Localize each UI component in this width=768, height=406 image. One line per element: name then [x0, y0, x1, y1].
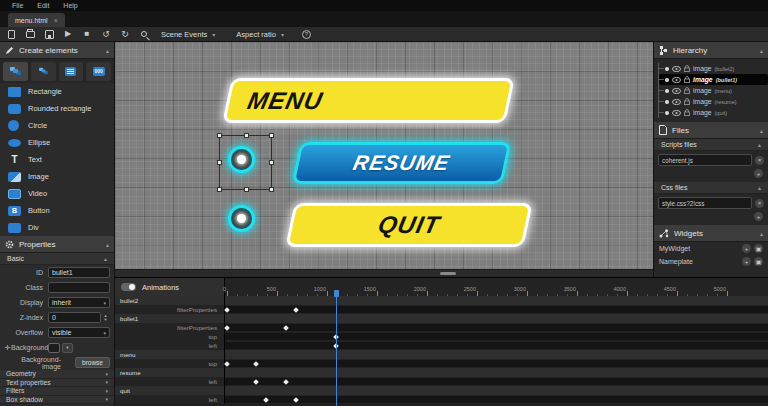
hierarchy-item-quit[interactable]: image (quit) [659, 107, 768, 118]
browse-button[interactable]: browse [75, 357, 110, 368]
keyframe[interactable] [253, 361, 259, 367]
section-geometry[interactable]: Geometry▾ [0, 370, 114, 379]
create-image[interactable]: Image [0, 168, 114, 185]
timeline-track[interactable] [225, 314, 768, 323]
hierarchy-header[interactable]: Hierarchy ▴ [654, 42, 768, 59]
open-file-icon[interactable] [25, 29, 35, 39]
eye-icon[interactable] [672, 110, 681, 116]
create-circle[interactable]: Circle [0, 117, 114, 134]
undo-icon[interactable]: ↺ [101, 29, 111, 39]
tab-lists[interactable] [59, 62, 84, 81]
zoom-icon[interactable] [139, 29, 149, 39]
canvas-bullet2[interactable] [228, 205, 255, 232]
menu-help[interactable]: Help [57, 2, 83, 9]
timeline-track[interactable] [225, 377, 768, 386]
file-name-field[interactable]: style.css?2!css [658, 197, 752, 209]
canvas-viewport[interactable]: MENU RESUME QUIT [115, 42, 653, 277]
collapse-icon[interactable]: ▴ [106, 241, 109, 248]
keyframe[interactable] [293, 307, 299, 313]
create-ellipse[interactable]: Ellipse [0, 134, 114, 151]
zindex-input[interactable]: 0 [48, 312, 101, 323]
background-caret-button[interactable]: ▾ [62, 343, 73, 353]
section-filters[interactable]: Filters▾ [0, 387, 114, 396]
scrollbar-thumb[interactable] [440, 272, 456, 275]
keyframe[interactable] [283, 325, 289, 331]
remove-file-button[interactable]: × [755, 156, 764, 165]
add-widget-button[interactable]: + [742, 244, 751, 253]
menu-edit[interactable]: Edit [31, 2, 55, 9]
resize-handle[interactable] [244, 133, 249, 138]
create-div[interactable]: Div [0, 219, 114, 236]
timeline-row-bullet1[interactable]: bullet1 [115, 314, 768, 323]
keyframe[interactable] [224, 307, 230, 313]
timeline-track[interactable] [225, 368, 768, 377]
timeline-track[interactable] [225, 359, 768, 368]
resize-handle[interactable] [217, 133, 222, 138]
timeline-track[interactable] [225, 323, 768, 332]
lock-icon[interactable] [684, 98, 690, 105]
canvas-button-menu[interactable]: MENU [222, 78, 515, 123]
selection-box[interactable] [219, 135, 272, 190]
add-file-button[interactable]: + [754, 212, 763, 221]
background-color-swatch[interactable] [48, 343, 60, 353]
canvas-button-quit[interactable]: QUIT [285, 203, 532, 247]
resize-handle[interactable] [269, 160, 274, 165]
create-elements-header[interactable]: Create elements ▴ [0, 42, 114, 59]
timeline-row-menu[interactable]: menu [115, 350, 768, 359]
tab-inputs[interactable]: 000 [86, 62, 111, 81]
timeline-track[interactable] [225, 350, 768, 359]
hierarchy-item-resume[interactable]: image (resume) [659, 96, 768, 107]
visibility-dot-icon[interactable] [665, 78, 669, 82]
keyframe[interactable] [263, 397, 269, 403]
visibility-dot-icon[interactable] [665, 67, 669, 71]
lock-icon[interactable] [684, 65, 690, 72]
add-file-button[interactable]: + [754, 169, 763, 178]
keyframe[interactable] [293, 397, 299, 403]
keyframe[interactable] [224, 361, 230, 367]
file-name-field[interactable]: coherent.js [658, 154, 752, 166]
css-files-header[interactable]: Css files▴ [654, 182, 768, 194]
lock-icon[interactable] [684, 76, 690, 83]
collapse-icon[interactable]: ▴ [106, 47, 109, 54]
eye-icon[interactable] [672, 88, 681, 94]
help-icon[interactable]: ? [302, 30, 311, 39]
visibility-dot-icon[interactable] [665, 89, 669, 93]
tab-close-icon[interactable]: × [54, 17, 58, 24]
tab-widgets[interactable] [31, 62, 56, 81]
collapse-icon[interactable]: ▴ [760, 230, 763, 237]
scripts-files-header[interactable]: Scripts files▴ [654, 139, 768, 151]
collapse-icon[interactable]: ▴ [760, 127, 763, 134]
timeline-track[interactable] [225, 332, 768, 341]
resize-handle[interactable] [217, 160, 222, 165]
hierarchy-item-menu[interactable]: image (menu) [659, 85, 768, 96]
timeline-track[interactable] [225, 341, 768, 350]
section-text-properties[interactable]: Text properties▾ [0, 379, 114, 388]
scene-events-dropdown[interactable]: Scene Events ▾ [158, 30, 218, 39]
collapse-icon[interactable]: ▴ [760, 47, 763, 54]
canvas-horizontal-scrollbar[interactable] [115, 269, 653, 277]
create-button[interactable]: B Button [0, 202, 114, 219]
timeline-ruler[interactable]: 0500100015002000250030003500400045005000 [225, 278, 768, 296]
timeline-track[interactable] [225, 395, 768, 404]
eye-icon[interactable] [672, 66, 681, 72]
timeline-track[interactable] [225, 296, 768, 305]
hierarchy-item-bullet2[interactable]: image (bullet2) [659, 63, 768, 74]
insert-widget-button[interactable]: ▣ [754, 244, 763, 253]
lock-icon[interactable] [684, 87, 690, 94]
overflow-select[interactable]: visible▾ [48, 327, 110, 338]
basic-section-header[interactable]: Basic ▴ [0, 253, 114, 265]
create-rectangle[interactable]: Rectangle [0, 83, 114, 100]
timeline-row-quit[interactable]: quit [115, 386, 768, 395]
eye-icon[interactable] [672, 99, 681, 105]
create-rounded-rectangle[interactable]: Rounded rectangle [0, 100, 114, 117]
timeline-row-bullet2[interactable]: bullet2 [115, 296, 768, 305]
save-icon[interactable] [44, 29, 54, 39]
timeline-track[interactable] [225, 305, 768, 314]
resize-handle[interactable] [244, 187, 249, 192]
play-icon[interactable]: ▶ [63, 29, 73, 39]
eye-icon[interactable] [672, 77, 681, 83]
create-text[interactable]: T Text [0, 151, 114, 168]
keyframe[interactable] [224, 325, 230, 331]
files-header[interactable]: Files ▴ [654, 122, 768, 139]
tab-menu-html[interactable]: menu.html × [8, 13, 65, 27]
